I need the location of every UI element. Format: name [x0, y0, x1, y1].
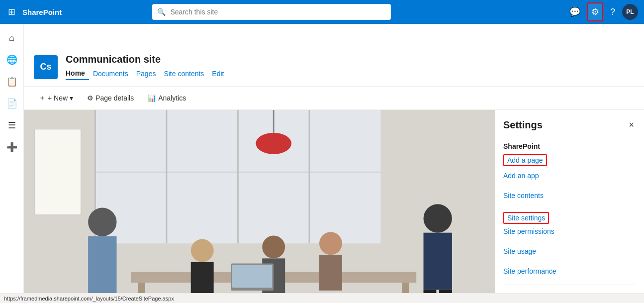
top-navigation-bar: ⊞ SharePoint 🔍 💬 ⚙ ? PL	[0, 0, 644, 24]
site-navigation: Home Documents Pages Site contents Edit	[66, 67, 228, 80]
site-info: Communication site Home Documents Pages …	[66, 54, 228, 80]
nav-edit[interactable]: Edit	[208, 68, 228, 80]
site-logo: Cs	[34, 55, 58, 79]
nav-menu-icon[interactable]: ☰	[2, 115, 22, 135]
site-performance-link[interactable]: Site performance	[503, 266, 636, 277]
add-page-link[interactable]: Add a page	[503, 154, 547, 166]
top-bar-right: 💬 ⚙ ? PL	[566, 2, 638, 21]
hero-main-image: Welcome! Select Edit at the top right of…	[24, 110, 495, 303]
site-usage-link[interactable]: Site usage	[503, 246, 636, 257]
svg-point-12	[88, 207, 116, 236]
svg-rect-21	[319, 255, 342, 291]
chat-icon[interactable]: 💬	[566, 3, 583, 20]
waffle-icon[interactable]: ⊞	[6, 4, 17, 19]
settings-divider	[503, 285, 636, 285]
svg-rect-13	[88, 236, 116, 294]
nav-globe-icon[interactable]: 🌐	[2, 50, 22, 70]
hero-area: Welcome! Select Edit at the top right of…	[24, 110, 644, 303]
avatar[interactable]: PL	[622, 4, 638, 20]
site-area: Cs Communication site Home Documents Pag…	[24, 48, 644, 303]
search-icon: 🔍	[157, 8, 166, 16]
status-bar: https://framedmedia.sharepoint.com/_layo…	[0, 293, 644, 303]
svg-rect-27	[232, 265, 272, 288]
svg-rect-23	[424, 233, 452, 290]
top-bar-left: ⊞ SharePoint	[6, 4, 62, 19]
svg-point-7	[256, 133, 291, 154]
left-navigation: ⌂ 🌐 📋 📄 ☰ ➕	[0, 24, 24, 303]
sharepoint-section-title: SharePoint	[503, 142, 636, 150]
help-icon[interactable]: ?	[607, 4, 618, 20]
analytics-icon: 📊	[148, 94, 156, 102]
settings-header: Settings ×	[503, 118, 636, 132]
nav-home[interactable]: Home	[66, 67, 89, 80]
nav-pages[interactable]: Pages	[132, 68, 160, 80]
status-url: https://framedmedia.sharepoint.com/_layo…	[4, 296, 174, 302]
site-permissions-link[interactable]: Site permissions	[503, 226, 636, 237]
nav-add-icon[interactable]: ➕	[2, 137, 22, 157]
gear-icon[interactable]: ⚙	[587, 2, 603, 21]
new-button[interactable]: ＋ + New ▾	[34, 91, 78, 105]
main-content: Cs Communication site Home Documents Pag…	[24, 48, 644, 303]
search-input[interactable]	[152, 4, 391, 20]
settings-panel: Settings × SharePoint Add a page Add an …	[495, 110, 644, 303]
hero-svg-scene	[24, 110, 495, 303]
nav-documents[interactable]: Documents	[89, 68, 132, 80]
site-contents-link[interactable]: Site contents	[503, 190, 636, 201]
app-name: SharePoint	[22, 8, 62, 16]
nav-list-icon[interactable]: 📋	[2, 72, 22, 92]
nav-page-icon[interactable]: 📄	[2, 94, 22, 113]
svg-rect-17	[191, 262, 214, 298]
search-bar-container: 🔍	[152, 4, 391, 20]
nav-site-contents[interactable]: Site contents	[160, 68, 208, 80]
settings-title: Settings	[503, 119, 543, 131]
close-settings-button[interactable]: ×	[627, 118, 636, 132]
sharepoint-section: SharePoint Add a page Add an app Site co…	[503, 142, 636, 277]
page-details-button[interactable]: ⚙ Page details	[82, 91, 139, 105]
new-icon: ＋	[39, 94, 46, 102]
add-app-link[interactable]: Add an app	[503, 170, 636, 181]
site-header: Cs Communication site Home Documents Pag…	[24, 48, 644, 87]
site-name: Communication site	[66, 54, 228, 65]
analytics-button[interactable]: 📊 Analytics	[143, 91, 191, 105]
svg-point-20	[319, 232, 342, 255]
svg-rect-34	[35, 129, 81, 215]
svg-point-16	[191, 239, 214, 262]
toolbar: ＋ + New ▾ ⚙ Page details 📊 Analytics	[24, 87, 644, 110]
hero-scene	[24, 110, 495, 303]
site-settings-link[interactable]: Site settings	[503, 212, 549, 224]
nav-home-icon[interactable]: ⌂	[2, 28, 22, 48]
svg-point-22	[424, 204, 452, 232]
svg-point-18	[262, 235, 285, 258]
page-details-icon: ⚙	[87, 94, 93, 102]
